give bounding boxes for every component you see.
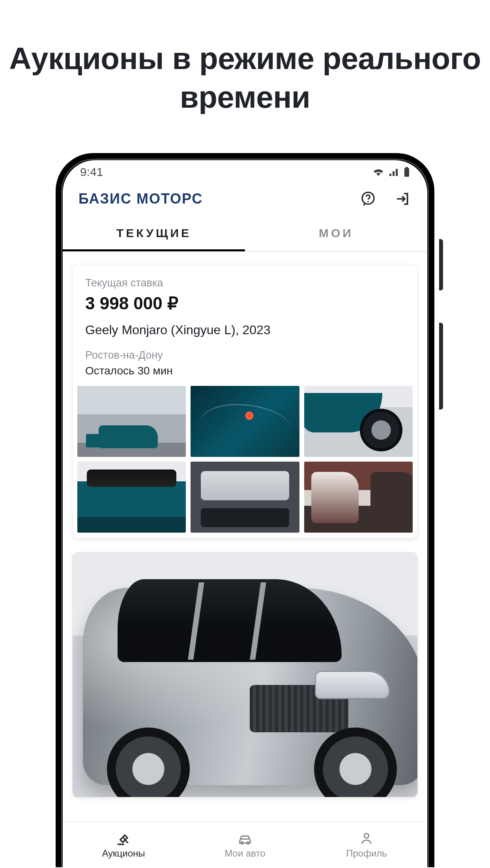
cellular-icon — [389, 167, 400, 177]
battery-icon — [404, 167, 410, 177]
brand-logo: БАЗИС МОТОРС — [79, 191, 203, 207]
nav-auctions[interactable]: Аукционы — [63, 822, 184, 867]
nav-label: Профиль — [346, 848, 387, 859]
app-header: БАЗИС МОТОРС — [63, 184, 427, 215]
time-left: Осталось 30 мин — [85, 365, 405, 377]
wifi-icon — [372, 167, 385, 177]
nav-label: Аукционы — [102, 848, 145, 859]
tabs: ТЕКУЩИЕ МОИ — [63, 215, 427, 252]
login-icon — [395, 191, 411, 207]
car-photo-thumb[interactable] — [304, 462, 413, 533]
status-bar: 9:41 — [63, 160, 427, 184]
svg-rect-0 — [404, 168, 409, 177]
device-side-button — [439, 239, 443, 290]
auction-card[interactable]: Текущая ставка 3 998 000 ₽ Geely Monjaro… — [72, 264, 418, 539]
current-bid-value: 3 998 000 ₽ — [85, 293, 405, 313]
bottom-nav: Аукционы Мои авто Профиль — [63, 821, 427, 867]
car-photo-thumb[interactable] — [191, 386, 299, 457]
car-title: Geely Monjaro (Xingyue L), 2023 — [85, 323, 405, 337]
auction-list[interactable]: Текущая ставка 3 998 000 ₽ Geely Monjaro… — [63, 252, 427, 862]
help-icon — [360, 191, 376, 207]
car-icon — [237, 831, 253, 846]
car-photo-thumb[interactable] — [191, 462, 299, 533]
marketing-headline: Аукционы в режиме реального времени — [0, 0, 490, 116]
auction-card[interactable] — [72, 552, 418, 797]
car-hero-photo[interactable] — [73, 552, 417, 797]
car-city: Ростов-на-Дону — [85, 349, 405, 361]
help-button[interactable] — [359, 190, 377, 208]
nav-my-cars[interactable]: Мои авто — [184, 822, 306, 867]
device-frame: 9:41 БАЗИС МОТОРС — [56, 153, 434, 867]
device-side-button — [439, 323, 443, 410]
nav-label: Мои авто — [224, 848, 265, 859]
profile-icon — [359, 831, 374, 846]
car-photo-thumb[interactable] — [77, 386, 186, 457]
login-button[interactable] — [394, 190, 411, 208]
photo-grid — [73, 386, 417, 538]
gavel-icon — [116, 831, 131, 846]
svg-point-3 — [367, 201, 369, 203]
current-bid-label: Текущая ставка — [85, 277, 405, 289]
svg-point-6 — [364, 833, 368, 838]
nav-profile[interactable]: Профиль — [306, 822, 427, 867]
status-time: 9:41 — [80, 165, 103, 179]
car-photo-thumb[interactable] — [304, 386, 413, 457]
svg-rect-1 — [406, 167, 408, 168]
tab-current[interactable]: ТЕКУЩИЕ — [63, 215, 245, 251]
car-photo-thumb[interactable] — [77, 462, 186, 533]
tab-mine[interactable]: МОИ — [245, 215, 427, 251]
